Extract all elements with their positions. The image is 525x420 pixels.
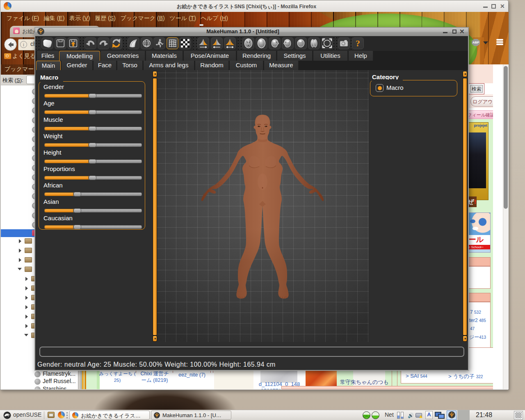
svg-text:?: ?	[356, 39, 360, 48]
